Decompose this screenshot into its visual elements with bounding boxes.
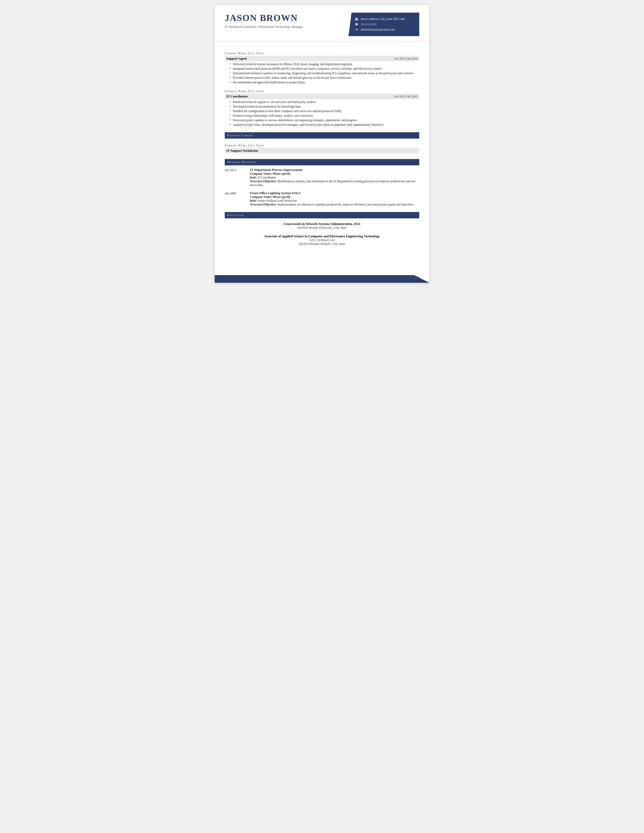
job-row-1: Support Agent Oct 2013–Jan 2014 [225, 56, 419, 61]
project-2-overview: Overview/Objective: Implementation of so… [250, 203, 419, 206]
bullet-1-3: Provided internet protocol (IP), subnet … [230, 76, 419, 80]
project-2: Jun 2008 Front Office Lighting System FO… [225, 191, 419, 206]
bullet-1-1: Integrated remote desk protocol (RDP) an… [230, 67, 419, 71]
bullet-2-0: Rendered technical support to 120 end us… [230, 100, 419, 104]
project-1-details: IT Department Process Improvement Compan… [250, 168, 419, 187]
candidate-name: Jason Brown [225, 13, 349, 23]
resume-page: Jason Brown IT Technical Consultant | In… [215, 5, 429, 283]
education-entry-1: Coursework in Network Systems Administra… [225, 222, 419, 230]
education-entry-2: Associate of Applied Science in Computer… [225, 234, 419, 246]
contact-email: infotechresume@email.com [361, 28, 395, 32]
address-icon: 🏢 [354, 18, 359, 21]
contact-email-row: ✉ infotechresume@email.com [354, 28, 413, 32]
footer-bar [215, 275, 429, 283]
project-1: Oct 2013 IT Department Process Improveme… [225, 168, 419, 187]
notable-projects-banner: Notable Projects [225, 159, 419, 165]
edu-institution-1: InfoTech Resume University | City, State [225, 226, 419, 230]
edu-institution-2: InfoTech Resume Institute | City, State [225, 242, 419, 246]
earlier-career-title: IT Support Technician [226, 149, 258, 153]
project-1-role: Role: IT Coordinator [250, 176, 419, 180]
candidate-subtitle: IT Technical Consultant | Information Te… [225, 25, 349, 29]
project-1-title: IT Department Process Improvement [250, 168, 419, 172]
edu-gpa: GPA: 3.6/Dean's List [225, 238, 419, 242]
job-title-2: IT Coordinator [226, 95, 248, 98]
earlier-career-banner: Earlier Career [225, 132, 419, 138]
bullet-1-2: Demonstrated technical expertise in moni… [230, 71, 419, 75]
contact-address: Street Address, City, State ZIP Code [361, 17, 404, 21]
job-title-1: Support Agent [226, 56, 247, 61]
bullet-1-4: Recommended and approved modifications t… [230, 80, 419, 84]
contact-info: 🏢 Street Address, City, State ZIP Code ☎… [349, 13, 419, 36]
earlier-career-company: Company Name, City, State [225, 144, 419, 148]
header-left: Jason Brown IT Technical Consultant | In… [225, 13, 349, 36]
project-2-role: Role: Project Rollout Lead Technician [250, 199, 419, 203]
bullet-list-2: Rendered technical support to 120 end us… [230, 100, 419, 127]
bullet-2-3: Fostered strong relationships with teams… [230, 114, 419, 117]
email-icon: ✉ [354, 28, 359, 31]
project-2-title: Front Office Lighting System FOLS [250, 191, 419, 195]
experience-entry-1: Company Name, City, State Support Agent … [225, 51, 419, 84]
experience-entry-2: Company Name, City, State IT Coordinator… [225, 89, 419, 127]
header: Jason Brown IT Technical Consultant | In… [215, 5, 429, 42]
earlier-career-entry: Company Name, City, State IT Support Tec… [225, 144, 419, 153]
edu-degree-2: Associate of Applied Science in Computer… [225, 234, 419, 238]
bullet-2-5: Analyzed project risks, developed proact… [230, 123, 419, 127]
earlier-career-job-row: IT Support Technician [225, 148, 419, 153]
resume-body: Company Name, City, State Support Agent … [215, 42, 429, 265]
page-number: 2 | P a g e [407, 275, 419, 281]
edu-degree-1: Coursework in Network Systems Administra… [225, 222, 419, 226]
project-1-company: Company Name: Please specify [250, 172, 419, 176]
job-row-2: IT Coordinator Oct 2012–Oct 2013 [225, 94, 419, 99]
project-2-details: Front Office Lighting System FOLS Compan… [250, 191, 419, 206]
bullet-2-2: Handled the configuration of new hires' … [230, 109, 419, 113]
contact-phone-row: ☎ 111.111.1111 [354, 23, 413, 26]
phone-icon: ☎ [354, 23, 359, 26]
bullet-2-1: Developed technical documentation for kn… [230, 105, 419, 109]
job-dates-1: Oct 2013–Jan 2014 [394, 57, 418, 61]
bullet-2-4: Discussed project updates to various sta… [230, 118, 419, 122]
bullet-list-1: Delivered technical remote assistance fo… [230, 62, 419, 84]
education-banner: Education [225, 212, 419, 218]
company-header-2: Company Name, City, State [225, 89, 419, 93]
project-1-overview: Overview/Objective: Identification, anal… [250, 180, 419, 187]
project-1-date: Oct 2013 [225, 168, 245, 187]
bullet-1-0: Delivered technical remote assistance fo… [230, 62, 419, 66]
project-2-date: Jun 2008 [225, 191, 245, 206]
company-header-1: Company Name, City, State [225, 51, 419, 55]
job-dates-2: Oct 2012–Oct 2013 [394, 95, 418, 98]
footer: 2 | P a g e [215, 273, 429, 283]
contact-phone: 111.111.1111 [361, 23, 377, 26]
contact-address-row: 🏢 Street Address, City, State ZIP Code [354, 17, 413, 21]
project-2-company: Company Name: Please specify [250, 195, 419, 199]
